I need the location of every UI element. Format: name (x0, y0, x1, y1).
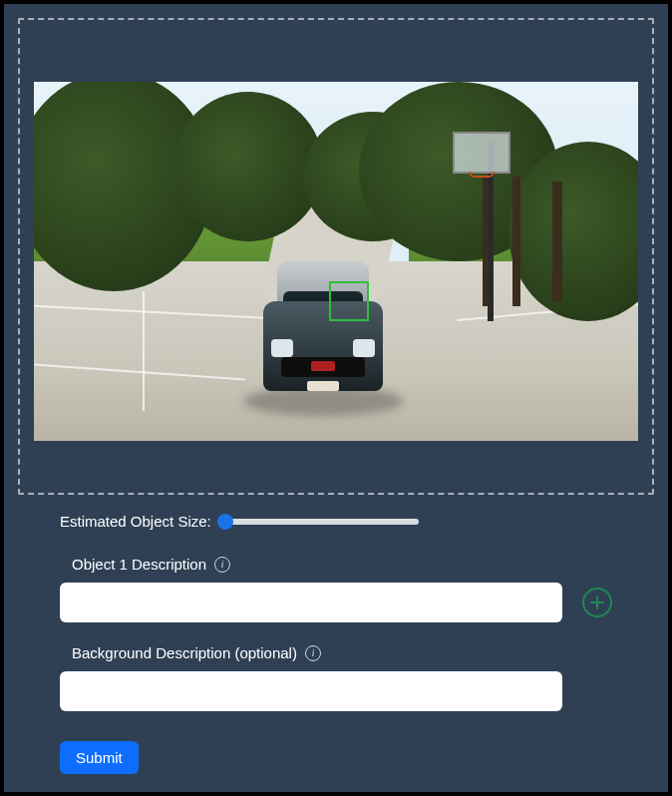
background-input[interactable] (60, 671, 562, 711)
object-size-slider[interactable] (219, 519, 419, 525)
form-area: Estimated Object Size: Object 1 Descript… (60, 513, 612, 774)
object-1-label: Object 1 Description (72, 556, 206, 573)
background-field: Background Description (optional) i (60, 644, 612, 711)
submit-button[interactable]: Submit (60, 741, 139, 774)
background-label: Background Description (optional) (72, 644, 297, 661)
config-panel: Estimated Object Size: Object 1 Descript… (4, 4, 668, 792)
info-icon[interactable]: i (214, 557, 230, 573)
add-object-button[interactable] (582, 588, 612, 617)
camera-snapshot (34, 82, 638, 441)
image-drop-zone[interactable] (18, 18, 654, 495)
scene-line (143, 291, 145, 411)
scene-trunk (552, 182, 562, 301)
slider-label: Estimated Object Size: (60, 513, 211, 530)
plus-icon (590, 596, 604, 609)
scene-hoop-backboard (453, 132, 510, 174)
scene-trunk (512, 177, 520, 306)
object-selection-box[interactable] (329, 281, 369, 321)
object-1-field: Object 1 Description i (60, 556, 612, 622)
slider-thumb[interactable] (217, 514, 233, 530)
object-1-input[interactable] (60, 583, 562, 622)
scene-tree (173, 92, 323, 241)
scene-hoop-ring (469, 172, 495, 178)
info-icon[interactable]: i (305, 645, 321, 661)
